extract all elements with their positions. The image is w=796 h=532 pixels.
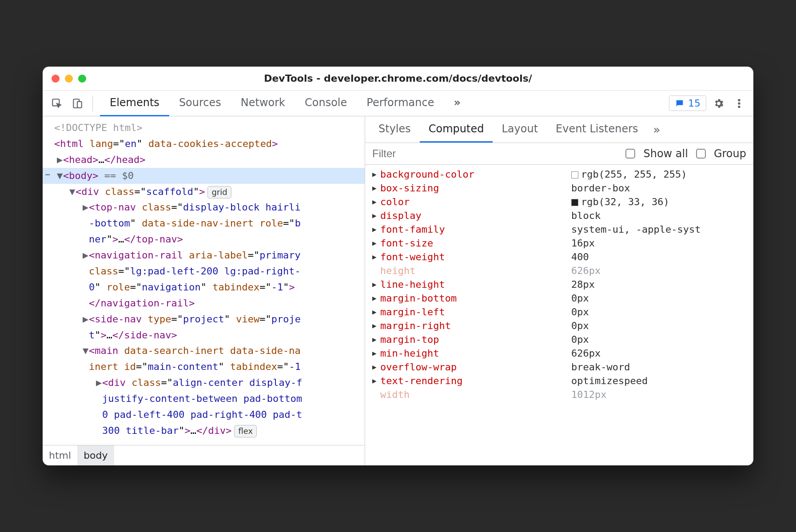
property-name: background-color bbox=[380, 169, 571, 180]
tab-elements[interactable]: Elements bbox=[100, 90, 169, 116]
property-value: rgb(32, 33, 36) bbox=[571, 196, 669, 207]
property-name: height bbox=[380, 265, 571, 276]
expand-arrow-icon[interactable]: ▶ bbox=[372, 363, 380, 371]
device-toggle-icon[interactable] bbox=[69, 95, 85, 111]
property-value: break-word bbox=[571, 361, 630, 373]
dom-node[interactable]: ▶<top-nav class="display-block hairli bbox=[43, 199, 365, 215]
dom-node[interactable]: ▶<div class="align-center display-f bbox=[43, 375, 365, 391]
computed-property[interactable]: ▶font-size16px bbox=[365, 236, 753, 250]
property-value: 0px bbox=[571, 293, 589, 304]
expand-arrow-icon[interactable]: ▶ bbox=[372, 211, 380, 220]
tabs-overflow-icon[interactable]: » bbox=[444, 90, 470, 116]
svg-rect-2 bbox=[77, 101, 82, 107]
dom-tree[interactable]: <!DOCTYPE html><html lang="en" data-cook… bbox=[43, 116, 365, 445]
tab-network[interactable]: Network bbox=[231, 90, 295, 116]
inspect-element-icon[interactable] bbox=[49, 95, 65, 111]
computed-property[interactable]: ▶margin-left0px bbox=[365, 305, 753, 319]
expand-arrow-icon[interactable]: ▶ bbox=[372, 253, 380, 261]
property-value: 626px bbox=[571, 348, 601, 359]
dom-node[interactable]: ▶<head>…</head> bbox=[43, 152, 365, 168]
computed-property[interactable]: height626px bbox=[365, 264, 753, 278]
property-name: text-rendering bbox=[380, 375, 571, 386]
settings-icon[interactable] bbox=[711, 95, 727, 111]
dom-node[interactable]: ner">…</top-nav> bbox=[43, 231, 365, 247]
computed-property[interactable]: ▶colorrgb(32, 33, 36) bbox=[365, 195, 753, 209]
property-value: system-ui, -apple-syst bbox=[571, 224, 700, 235]
group-label: Group bbox=[714, 147, 746, 160]
color-swatch-icon[interactable] bbox=[571, 199, 578, 206]
dom-node[interactable]: ▼<main data-search-inert data-side-na bbox=[43, 343, 365, 359]
property-name: font-family bbox=[380, 224, 571, 235]
computed-property[interactable]: ▶box-sizingborder-box bbox=[365, 181, 753, 195]
dom-node[interactable]: class="lg:pad-left-200 lg:pad-right- bbox=[43, 263, 365, 279]
dom-node[interactable]: </navigation-rail> bbox=[43, 295, 365, 311]
minimize-icon[interactable] bbox=[65, 75, 73, 83]
dom-node[interactable]: -bottom" data-side-nav-inert role="b bbox=[43, 215, 365, 231]
expand-arrow-icon[interactable]: ▶ bbox=[372, 184, 380, 192]
expand-arrow-icon[interactable]: ▶ bbox=[372, 335, 380, 344]
property-value: rgb(255, 255, 255) bbox=[571, 169, 687, 180]
close-icon[interactable] bbox=[52, 75, 60, 83]
expand-arrow-icon[interactable]: ▶ bbox=[372, 294, 380, 302]
property-name: color bbox=[380, 196, 571, 207]
main-tabs: Elements Sources Network Console Perform… bbox=[100, 90, 470, 116]
filter-input[interactable] bbox=[372, 147, 617, 160]
tab-sources[interactable]: Sources bbox=[169, 90, 231, 116]
computed-property[interactable]: ▶margin-bottom0px bbox=[365, 291, 753, 305]
dom-node[interactable]: t">…</side-nav> bbox=[43, 327, 365, 343]
dom-node[interactable]: ▼<body> == $0 bbox=[43, 168, 365, 184]
computed-property[interactable]: ▶line-height28px bbox=[365, 278, 753, 291]
dom-node[interactable]: ▶<navigation-rail aria-label="primary bbox=[43, 247, 365, 263]
dom-node[interactable]: <html lang="en" data-cookies-accepted> bbox=[43, 136, 365, 152]
dom-node[interactable]: 0 pad-left-400 pad-right-400 pad-t bbox=[43, 407, 365, 423]
computed-properties[interactable]: ▶background-colorrgb(255, 255, 255)▶box-… bbox=[365, 165, 753, 465]
expand-arrow-icon[interactable]: ▶ bbox=[372, 225, 380, 234]
expand-arrow-icon[interactable]: ▶ bbox=[372, 239, 380, 247]
dom-node[interactable]: inert id="main-content" tabindex="-1 bbox=[43, 359, 365, 375]
crumb-html[interactable]: html bbox=[43, 445, 77, 465]
expand-arrow-icon[interactable]: ▶ bbox=[372, 198, 380, 206]
computed-property[interactable]: ▶font-familysystem-ui, -apple-syst bbox=[365, 222, 753, 236]
crumb-body[interactable]: body bbox=[77, 445, 114, 465]
color-swatch-icon[interactable] bbox=[571, 171, 578, 179]
expand-arrow-icon[interactable]: ▶ bbox=[372, 349, 380, 357]
computed-property[interactable]: ▶font-weight400 bbox=[365, 250, 753, 264]
property-value: 16px bbox=[571, 238, 595, 249]
dom-node[interactable]: justify-content-between pad-bottom bbox=[43, 391, 365, 407]
tab-event-listeners[interactable]: Event Listeners bbox=[547, 116, 647, 143]
tab-performance[interactable]: Performance bbox=[357, 90, 444, 116]
tab-layout[interactable]: Layout bbox=[493, 116, 547, 143]
computed-property[interactable]: ▶min-height626px bbox=[365, 346, 753, 360]
group-checkbox[interactable] bbox=[696, 149, 706, 159]
more-icon[interactable] bbox=[731, 95, 747, 111]
dom-node[interactable]: ▼<div class="scaffold">grid bbox=[43, 184, 365, 200]
dom-node[interactable]: 300 title-bar">…</div>flex bbox=[43, 423, 365, 439]
computed-property[interactable]: ▶overflow-wrapbreak-word bbox=[365, 360, 753, 374]
issues-badge[interactable]: 15 bbox=[669, 95, 706, 111]
computed-property[interactable]: ▶background-colorrgb(255, 255, 255) bbox=[365, 167, 753, 181]
show-all-checkbox[interactable] bbox=[625, 149, 635, 159]
expand-arrow-icon[interactable]: ▶ bbox=[372, 377, 380, 385]
dom-node[interactable]: 0" role="navigation" tabindex="-1"> bbox=[43, 279, 365, 295]
expand-arrow-icon[interactable]: ▶ bbox=[372, 322, 380, 330]
computed-property[interactable]: width1012px bbox=[365, 388, 753, 401]
computed-property[interactable]: ▶text-renderingoptimizespeed bbox=[365, 374, 753, 388]
dom-node[interactable]: ▶<side-nav type="project" view="proje bbox=[43, 311, 365, 327]
tab-console[interactable]: Console bbox=[295, 90, 357, 116]
computed-property[interactable]: ▶margin-right0px bbox=[365, 319, 753, 333]
expand-arrow-icon[interactable]: ▶ bbox=[372, 308, 380, 316]
expand-arrow-icon[interactable]: ▶ bbox=[372, 170, 380, 179]
computed-property[interactable]: ▶displayblock bbox=[365, 209, 753, 222]
traffic-lights bbox=[52, 75, 86, 83]
computed-property[interactable]: ▶margin-top0px bbox=[365, 333, 753, 346]
tab-styles[interactable]: Styles bbox=[370, 116, 420, 143]
dom-node[interactable]: <!DOCTYPE html> bbox=[43, 120, 365, 136]
maximize-icon[interactable] bbox=[78, 75, 86, 83]
property-value: 626px bbox=[571, 265, 601, 276]
expand-arrow-icon[interactable]: ▶ bbox=[372, 280, 380, 289]
property-value: border-box bbox=[571, 183, 630, 194]
tab-computed[interactable]: Computed bbox=[420, 116, 493, 143]
property-name: font-weight bbox=[380, 251, 571, 262]
sub-tabs-overflow-icon[interactable]: » bbox=[647, 119, 667, 141]
main-toolbar: Elements Sources Network Console Perform… bbox=[43, 91, 753, 116]
